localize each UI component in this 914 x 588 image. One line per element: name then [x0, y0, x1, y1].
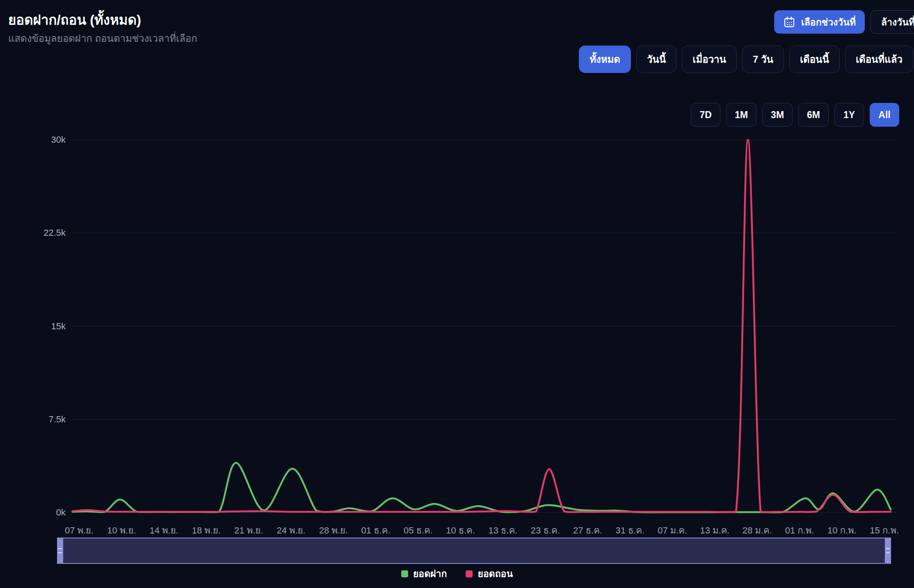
clear-date-label: ล้างวันที่	[881, 15, 914, 30]
grip-icon	[58, 548, 62, 553]
pick-date-range-button[interactable]: เลือกช่วงวันที่	[774, 10, 865, 34]
y-tick-label: 30k	[4, 134, 66, 145]
legend-item-withdraw[interactable]: ยอดถอน	[466, 566, 513, 581]
brush-right-handle[interactable]	[885, 538, 891, 564]
quick-filter-all[interactable]: ทั้งหมด	[579, 46, 631, 73]
zoom-range-6m[interactable]: 6M	[798, 103, 829, 127]
brush-left-handle[interactable]	[57, 538, 63, 564]
legend-swatch-withdraw	[466, 570, 473, 577]
zoom-range-all[interactable]: All	[870, 103, 899, 127]
chart-plot-area[interactable]	[72, 140, 896, 513]
zoom-range-1m[interactable]: 1M	[726, 103, 756, 127]
zoom-range-1y[interactable]: 1Y	[834, 103, 864, 127]
quick-filter-this-month[interactable]: เดือนนี้	[789, 46, 840, 73]
chart-legend: ยอดฝากยอดถอน	[0, 566, 914, 581]
legend-swatch-deposit	[401, 570, 408, 577]
quick-filter-7-days[interactable]: 7 วัน	[742, 46, 784, 73]
page-subtitle: แสดงข้อมูลยอดฝาก ถอนตามช่วงเวลาที่เลือก	[8, 30, 197, 46]
legend-label: ยอดถอน	[478, 566, 513, 581]
zoom-range-7d[interactable]: 7D	[691, 103, 720, 127]
quick-filter-yesterday[interactable]: เมื่อวาน	[682, 46, 737, 73]
quick-filter-row: ทั้งหมดวันนี้เมื่อวาน7 วันเดือนนี้เดือนท…	[0, 46, 913, 73]
zoom-range-row: 7D1M3M6M1YAll	[0, 103, 899, 127]
quick-filter-today[interactable]: วันนี้	[636, 46, 676, 73]
pick-date-range-label: เลือกช่วงวันที่	[801, 15, 856, 30]
zoom-range-3m[interactable]: 3M	[762, 103, 793, 127]
y-tick-label: 22.5k	[4, 228, 66, 238]
clear-date-button[interactable]: ล้างวันที่	[870, 10, 914, 34]
y-tick-label: 15k	[4, 321, 66, 332]
chart-range-brush[interactable]	[57, 538, 891, 564]
x-tick-label: 15 ก.พ.	[854, 523, 914, 538]
legend-label: ยอดฝาก	[413, 566, 447, 581]
grip-icon	[886, 548, 890, 553]
legend-item-deposit[interactable]: ยอดฝาก	[401, 566, 447, 581]
y-tick-label: 0k	[4, 507, 66, 518]
page-title: ยอดฝาก/ถอน (ทั้งหมด)	[8, 9, 141, 31]
calendar-icon	[783, 16, 795, 28]
y-tick-label: 7.5k	[4, 414, 66, 425]
quick-filter-last-month[interactable]: เดือนที่แล้ว	[845, 46, 913, 73]
